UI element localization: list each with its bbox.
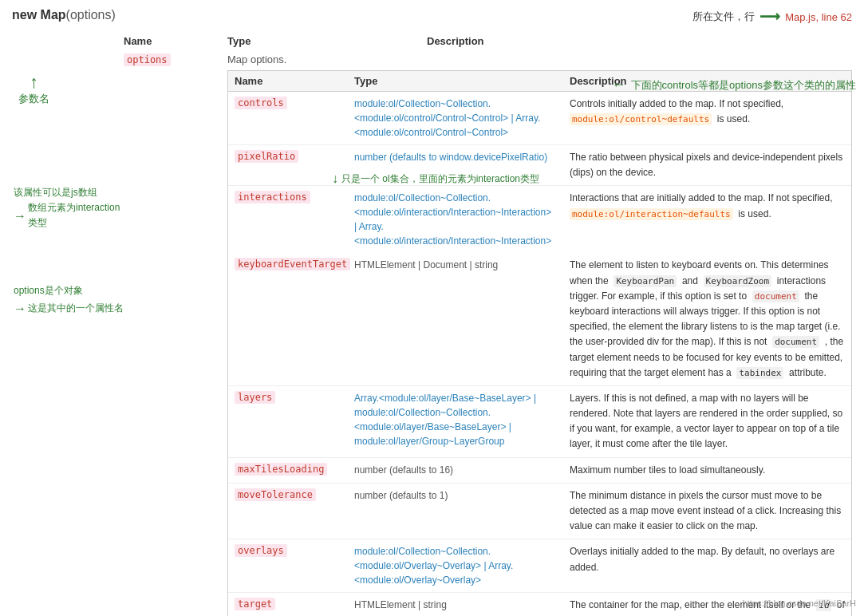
controls-type-cell: module:ol/Collection~Collection. <module…	[354, 97, 570, 140]
document-code: document	[752, 290, 799, 302]
movetolerance-row: moveTolerance number (defaults to 1) The…	[228, 484, 851, 540]
target-type-cell: HTMLElement | string	[354, 598, 570, 612]
pixelratio-desc-cell: The ratio between physical pixels and de…	[570, 150, 845, 180]
target-name-cell: target	[235, 598, 354, 610]
watermark: https://blog.csdn.net/KaiSarH	[743, 598, 856, 608]
movetolerance-desc-cell: The minimum distance in pixels the curso…	[570, 488, 845, 535]
keyboard-name-cell: keyboardEventTarget	[235, 258, 354, 270]
maxtiles-name-cell: maxTilesLoading	[235, 463, 354, 476]
pixelratio-row: pixelRatio number (defaults to window.de…	[228, 145, 851, 186]
down-arrow-icon: ↓	[332, 172, 338, 186]
param-name-label: 参数名	[18, 91, 49, 108]
inner-table: Name Type Description controls modul	[227, 70, 852, 616]
options-name-cell: options	[124, 53, 227, 616]
keyboardpan-code: KeyboardPan	[613, 275, 677, 287]
interactions-desc-cell: Interactions that are initially added to…	[570, 191, 845, 221]
keyboard-param: keyboardEventTarget	[235, 258, 350, 270]
maxtiles-param: maxTilesLoading	[235, 463, 327, 476]
layers-name-cell: layers	[235, 391, 354, 404]
layers-desc-cell: Layers. If this is not defined, a map wi…	[570, 391, 845, 452]
left-arrow-icon: ←	[612, 77, 626, 93]
left-annotations: ↑ 参数名 options是个对象 → 这是其中的一个属性名 该属性可以是js数…	[12, 32, 124, 616]
js-array-annotation: 该属性可以是js数组 → 数组元素为interaction类型	[14, 185, 124, 231]
maxtiles-type-cell: number (defaults to 16)	[354, 463, 570, 477]
tabindex-code: tabindex	[736, 367, 783, 379]
ol-collection-text: 只是一个 ol集合，里面的元素为interaction类型	[341, 172, 539, 186]
pixelratio-type-cell: number (defaults to window.devicePixelRa…	[354, 150, 570, 164]
top-section: new Map(options) 所在文件，行 ⟶ Map.js, line 6…	[12, 8, 852, 26]
property-name-text: 这是其中的一个属性名	[28, 301, 124, 316]
col-desc: Description	[427, 35, 852, 47]
ol-collection-annotation: ↓ 只是一个 ol集合，里面的元素为interaction类型	[332, 172, 539, 186]
file-label: 所在文件，行	[692, 10, 755, 24]
interactions-row-wrapper: ↓ 只是一个 ol集合，里面的元素为interaction类型 interact…	[228, 186, 851, 253]
title-text: new Map	[12, 8, 66, 22]
main-layout: ↑ 参数名 options是个对象 → 这是其中的一个属性名 该属性可以是js数…	[12, 32, 852, 616]
interactions-defaults-code: module:ol/interaction~defaults	[570, 208, 733, 220]
up-arrow-icon: ↑	[30, 73, 38, 91]
interactions-name-cell: interactions	[235, 191, 354, 203]
right-arrow-icon-2: →	[14, 298, 26, 319]
keyboard-type-cell: HTMLElement | Document | string	[354, 258, 570, 272]
options-outer-row: options Map options. Name Type Descripti…	[124, 53, 852, 616]
col-type: Type	[227, 35, 427, 47]
title-params: (options)	[66, 8, 116, 22]
interactions-param: interactions	[235, 191, 310, 203]
interactions-type-cell: module:ol/Collection~Collection. <module…	[354, 191, 570, 248]
movetolerance-param: moveTolerance	[235, 488, 316, 501]
inner-col-type: Type	[354, 75, 570, 87]
options-desc-cell: Map options. Name Type Description	[227, 53, 852, 616]
array-element-text: 数组元素为interaction类型	[28, 200, 124, 231]
col-name: Name	[124, 35, 227, 47]
keyboard-desc-cell: The element to listen to keyboard events…	[570, 258, 845, 381]
right-arrow-icon: ⟶	[759, 8, 780, 26]
layers-type-cell: Array.<module:ol/layer/Base~BaseLayer> |…	[354, 391, 570, 448]
param-name-annotation: ↑ 参数名	[18, 73, 49, 108]
overlays-param: overlays	[235, 544, 287, 557]
pixelratio-name-cell: pixelRatio	[235, 150, 354, 163]
file-reference: 所在文件，行 ⟶ Map.js, line 62	[692, 8, 852, 26]
overlays-desc-cell: Overlays initially added to the map. By …	[570, 544, 845, 575]
controls-annotation: 下面的controls等都是options参数这个类的的属性	[631, 78, 856, 93]
options-obj-text: options是个对象	[14, 283, 124, 298]
inner-col-name: Name	[235, 75, 354, 87]
controls-row: controls module:ol/Collection~Collection…	[228, 92, 851, 145]
page-title: new Map(options)	[12, 8, 116, 26]
maxtiles-row: maxTilesLoading number (defaults to 16) …	[228, 458, 851, 484]
controls-right-annotation: ← 下面的controls等都是options参数这个类的的属性	[612, 77, 856, 93]
keyboardzoom-code: KeyboardZoom	[704, 275, 771, 287]
pixelratio-param: pixelRatio	[235, 150, 298, 163]
movetolerance-type-cell: number (defaults to 1)	[354, 488, 570, 503]
main-content: Name Type Description options Map option…	[124, 32, 852, 616]
right-arrow-icon-3: →	[14, 206, 26, 227]
options-label: Map options.	[227, 53, 852, 65]
target-param: target	[235, 598, 275, 610]
movetolerance-name-cell: moveTolerance	[235, 488, 354, 501]
layers-row: layers Array.<module:ol/layer/Base~BaseL…	[228, 386, 851, 458]
overlays-type-cell: module:ol/Collection~Collection. <module…	[354, 544, 570, 587]
layers-param: layers	[235, 391, 275, 404]
document-code-2: document	[772, 336, 819, 348]
controls-param: controls	[235, 97, 287, 109]
maxtiles-desc-cell: Maximum number tiles to load simultaneou…	[570, 463, 845, 478]
overlays-row: overlays module:ol/Collection~Collection…	[228, 539, 851, 593]
outer-col-headers: Name Type Description	[124, 32, 852, 50]
interactions-row: interactions module:ol/Collection~Collec…	[228, 186, 851, 253]
keyboard-row: keyboardEventTarget HTMLElement | Docume…	[228, 253, 851, 386]
controls-name-cell: controls	[235, 97, 354, 109]
file-link[interactable]: Map.js, line 62	[785, 11, 852, 23]
controls-desc-cell: Controls initially added to the map. If …	[570, 97, 845, 127]
controls-defaults-code: module:ol/control~defaults	[570, 113, 712, 125]
options-param: options	[124, 53, 171, 66]
js-array-text: 该属性可以是js数组	[14, 185, 124, 200]
options-obj-annotation: options是个对象 → 这是其中的一个属性名	[14, 283, 124, 319]
overlays-name-cell: overlays	[235, 544, 354, 557]
